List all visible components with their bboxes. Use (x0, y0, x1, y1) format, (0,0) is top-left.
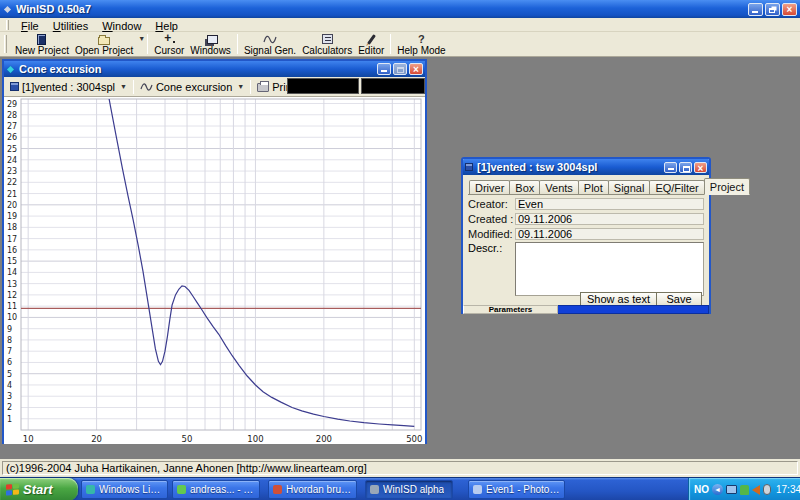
task-button-label: andreas... - Samtale (190, 484, 255, 495)
toolbar-button-open-project[interactable]: Open Project▼ (72, 32, 144, 56)
y-tick-label: 5 (7, 370, 12, 379)
toolbar-button-help-mode[interactable]: ?Help Mode (394, 32, 448, 56)
toolbar-button-editor[interactable]: Editor (355, 32, 387, 56)
tab-plot[interactable]: Plot (578, 180, 609, 194)
project-dialog-icon (465, 163, 473, 171)
help-icon: ? (418, 33, 425, 45)
x-tick-label: 10 (23, 434, 34, 444)
close-button[interactable]: × (782, 3, 797, 16)
field-value-modified[interactable]: 09.11.2006 (515, 228, 704, 240)
chevron-down-icon[interactable]: ▼ (138, 35, 145, 42)
y-tick-label: 22 (7, 178, 17, 187)
plot-type-combobox[interactable]: Cone excursion ▼ (137, 80, 247, 94)
toolbar-grip[interactable] (4, 35, 7, 53)
show-as-text-button[interactable]: Show as text (580, 292, 657, 306)
dialog-close-button[interactable]: × (694, 162, 707, 173)
toolbar-button-label: Cursor (151, 45, 187, 56)
menu-item-window[interactable]: Window (95, 20, 148, 32)
project-dialog-body: DriverBoxVentsPlotSignalEQ/FilterProject… (463, 175, 709, 314)
minimize-button[interactable] (748, 3, 763, 16)
task-icon (177, 485, 186, 494)
y-tick-label: 21 (7, 190, 17, 199)
y-tick-label: 6 (7, 358, 12, 367)
toolbar-separator (390, 34, 391, 54)
task-button-label: Windows Live Messen... (99, 484, 163, 495)
x-tick-label: 50 (182, 434, 193, 444)
dialog-maximize-button[interactable] (679, 162, 692, 173)
toolbar-button-calculators[interactable]: Calculators (299, 32, 355, 56)
hide-icons-chevron-icon[interactable]: ◄ (712, 484, 723, 495)
tab-box[interactable]: Box (509, 180, 540, 194)
task-button-winisd-alpha[interactable]: WinISD alpha (365, 480, 453, 499)
toolbar-button-windows[interactable]: Windows (187, 32, 234, 56)
start-button[interactable]: Start (0, 478, 78, 500)
volume-icon[interactable] (752, 485, 760, 495)
y-tick-label: 2 (7, 403, 12, 412)
tab-signal[interactable]: Signal (608, 180, 651, 194)
value-readout (361, 78, 425, 94)
tab-vents[interactable]: Vents (539, 180, 579, 194)
save-button[interactable]: Save (657, 292, 702, 306)
task-button-even1-photobucket[interactable]: Even1 - Photobucket ... (468, 480, 565, 499)
field-value-created[interactable]: 09.11.2006 (515, 213, 704, 225)
menu-grip[interactable] (6, 20, 9, 30)
open-project-icon (98, 33, 110, 45)
project-dialog-titlebar[interactable]: [1]vented : tsw 3004spl × (463, 159, 709, 175)
project-combobox-value: [1]vented : 3004spl (22, 81, 115, 93)
taskbar: Start Windows Live Messen...andreas... -… (0, 477, 800, 500)
field-row-modified: Modified:09.11.2006 (468, 228, 704, 240)
messenger-icon[interactable] (740, 485, 749, 495)
toolbar-button-label: Editor (355, 45, 387, 56)
status-bar: (c)1996-2004 Juha Hartikainen, Janne Aho… (0, 459, 800, 477)
tab-driver[interactable]: Driver (469, 180, 510, 194)
tab-eq-filter[interactable]: EQ/Filter (649, 180, 704, 194)
project-combobox[interactable]: [1]vented : 3004spl ▼ (7, 80, 130, 94)
x-tick-label: 100 (247, 434, 263, 444)
desktop: WinISD 0.50a7 × FileUtilitiesWindowHelp … (0, 0, 800, 500)
toolbar-separator (147, 34, 148, 54)
task-button-andreas-samtale[interactable]: andreas... - Samtale (172, 480, 260, 499)
windows-flag-icon (6, 483, 19, 496)
mouse-icon[interactable] (763, 484, 771, 495)
toolbar-button-cursor[interactable]: Cursor (151, 32, 187, 56)
project-icon (10, 82, 19, 91)
mdi-client-area: Cone excursion × [1]vented : 3004spl ▼ (0, 57, 800, 459)
y-tick-label: 9 (7, 325, 12, 334)
chevron-down-icon: ▼ (237, 83, 244, 90)
y-tick-label: 25 (7, 145, 17, 154)
restore-button[interactable] (765, 3, 780, 16)
y-tick-label: 23 (7, 167, 17, 176)
menu-item-file[interactable]: File (14, 20, 46, 32)
x-tick-label: 200 (316, 434, 332, 444)
menu-item-utilities[interactable]: Utilities (46, 20, 95, 32)
app-icon (3, 5, 12, 14)
toolbar-button-signal-gen[interactable]: Signal Gen. (241, 32, 299, 56)
menu-item-help[interactable]: Help (148, 20, 185, 32)
y-tick-label: 26 (7, 133, 17, 142)
toolbar-button-new-project[interactable]: New Project (12, 32, 72, 56)
y-tick-label: 28 (7, 111, 17, 120)
cone-minimize-button[interactable] (377, 63, 391, 75)
tab-project[interactable]: Project (704, 178, 750, 195)
language-indicator[interactable]: NO (694, 484, 709, 495)
y-tick-label: 8 (7, 336, 12, 345)
task-button-hvordan-bruke-winisd[interactable]: Hvordan bruke winisd... (268, 480, 357, 499)
toolbar-button-label: Open Project (72, 45, 136, 56)
description-field[interactable] (515, 242, 704, 296)
cone-close-button[interactable]: × (409, 63, 423, 75)
task-button-label: WinISD alpha (383, 484, 444, 495)
network-icon[interactable] (726, 485, 737, 494)
dialog-status-strip: Parameters (463, 305, 709, 314)
task-icon (473, 485, 482, 494)
signal-icon (263, 33, 277, 45)
task-button-windows-live-messen[interactable]: Windows Live Messen... (81, 480, 168, 499)
field-value-creator[interactable]: Even (515, 198, 704, 210)
toolbar-button-label: Calculators (299, 45, 355, 56)
x-tick-label: 20 (91, 434, 102, 444)
clock: 17:34 (776, 484, 800, 495)
sine-wave-icon (140, 82, 153, 92)
cone-window-titlebar[interactable]: Cone excursion × (4, 61, 425, 77)
task-button-label: Hvordan bruke winisd... (286, 484, 352, 495)
excursion-chart[interactable]: 1234567891011121314151617181920212223242… (4, 97, 425, 444)
dialog-minimize-button[interactable] (664, 162, 677, 173)
